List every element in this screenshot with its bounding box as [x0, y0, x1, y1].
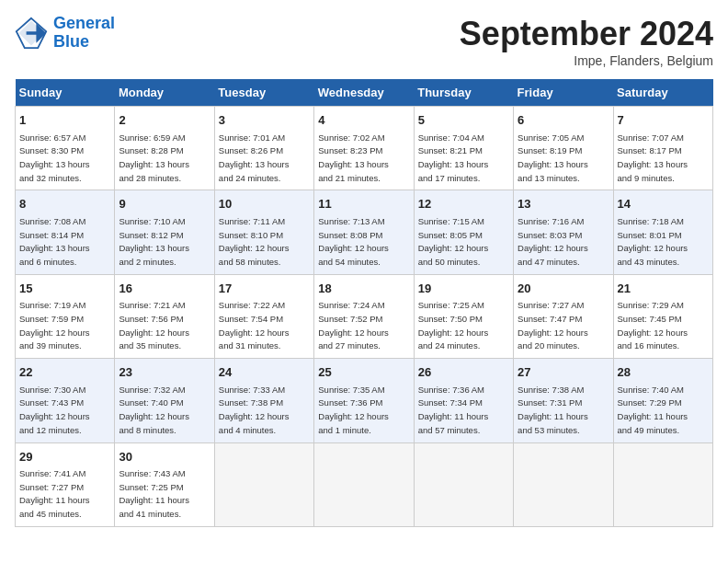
day-number: 19	[418, 280, 509, 298]
title-block: September 2024 Impe, Flanders, Belgium	[460, 15, 713, 68]
calendar-day-29: 29Sunrise: 7:41 AM Sunset: 7:27 PM Dayli…	[16, 442, 115, 526]
day-info: Sunrise: 7:40 AM Sunset: 7:29 PM Dayligh…	[618, 384, 709, 438]
weekday-header-monday: Monday	[115, 79, 214, 107]
calendar-day-empty	[314, 442, 414, 526]
calendar-day-12: 12Sunrise: 7:15 AM Sunset: 8:05 PM Dayli…	[414, 190, 513, 274]
day-info: Sunrise: 7:43 AM Sunset: 7:25 PM Dayligh…	[119, 467, 210, 522]
calendar-day-7: 7Sunrise: 7:07 AM Sunset: 8:17 PM Daylig…	[613, 107, 712, 190]
day-number: 6	[518, 111, 609, 130]
day-info: Sunrise: 7:36 AM Sunset: 7:34 PM Dayligh…	[418, 384, 509, 438]
day-info: Sunrise: 7:38 AM Sunset: 7:31 PM Dayligh…	[518, 384, 609, 438]
day-number: 12	[418, 195, 509, 213]
calendar-day-26: 26Sunrise: 7:36 AM Sunset: 7:34 PM Dayli…	[414, 359, 513, 442]
day-number: 21	[618, 280, 709, 298]
logo-text: General Blue	[53, 15, 115, 52]
day-number: 16	[119, 280, 210, 298]
day-number: 2	[119, 111, 210, 130]
day-info: Sunrise: 7:29 AM Sunset: 7:45 PM Dayligh…	[618, 299, 709, 353]
logo-line1: General	[53, 14, 115, 32]
day-number: 15	[19, 280, 110, 298]
calendar-day-2: 2Sunrise: 6:59 AM Sunset: 8:28 PM Daylig…	[115, 107, 214, 190]
weekday-header-sunday: Sunday	[16, 79, 115, 107]
day-number: 8	[19, 195, 110, 213]
day-info: Sunrise: 7:19 AM Sunset: 7:59 PM Dayligh…	[19, 299, 110, 353]
day-number: 17	[219, 280, 310, 298]
calendar-day-5: 5Sunrise: 7:04 AM Sunset: 8:21 PM Daylig…	[414, 107, 513, 190]
day-info: Sunrise: 7:13 AM Sunset: 8:08 PM Dayligh…	[318, 215, 409, 270]
calendar-day-empty	[214, 442, 313, 526]
day-number: 9	[119, 195, 210, 213]
day-number: 1	[19, 111, 110, 130]
day-info: Sunrise: 7:11 AM Sunset: 8:10 PM Dayligh…	[219, 215, 310, 270]
day-number: 20	[518, 280, 609, 298]
calendar-week-2: 8Sunrise: 7:08 AM Sunset: 8:14 PM Daylig…	[16, 190, 713, 274]
day-number: 26	[418, 363, 509, 382]
calendar-day-17: 17Sunrise: 7:22 AM Sunset: 7:54 PM Dayli…	[214, 274, 313, 358]
day-info: Sunrise: 6:59 AM Sunset: 8:28 PM Dayligh…	[119, 132, 210, 186]
weekday-header-tuesday: Tuesday	[214, 79, 313, 107]
day-number: 28	[618, 363, 709, 382]
calendar-day-22: 22Sunrise: 7:30 AM Sunset: 7:43 PM Dayli…	[16, 359, 115, 442]
day-info: Sunrise: 7:10 AM Sunset: 8:12 PM Dayligh…	[119, 215, 210, 270]
day-info: Sunrise: 7:04 AM Sunset: 8:21 PM Dayligh…	[418, 132, 509, 186]
calendar-day-3: 3Sunrise: 7:01 AM Sunset: 8:26 PM Daylig…	[214, 107, 313, 190]
day-number: 14	[618, 195, 709, 213]
day-number: 24	[219, 363, 310, 382]
day-info: Sunrise: 7:25 AM Sunset: 7:50 PM Dayligh…	[418, 299, 509, 353]
calendar-day-18: 18Sunrise: 7:24 AM Sunset: 7:52 PM Dayli…	[314, 274, 414, 358]
day-number: 4	[318, 111, 409, 130]
day-number: 22	[19, 363, 110, 382]
day-number: 10	[219, 195, 310, 213]
calendar-day-19: 19Sunrise: 7:25 AM Sunset: 7:50 PM Dayli…	[414, 274, 513, 358]
day-info: Sunrise: 6:57 AM Sunset: 8:30 PM Dayligh…	[19, 132, 110, 186]
weekday-header-friday: Friday	[514, 79, 613, 107]
day-info: Sunrise: 7:24 AM Sunset: 7:52 PM Dayligh…	[318, 299, 409, 353]
day-info: Sunrise: 7:33 AM Sunset: 7:38 PM Dayligh…	[219, 384, 310, 438]
day-info: Sunrise: 7:18 AM Sunset: 8:01 PM Dayligh…	[618, 215, 709, 270]
day-info: Sunrise: 7:07 AM Sunset: 8:17 PM Dayligh…	[618, 132, 709, 186]
day-info: Sunrise: 7:22 AM Sunset: 7:54 PM Dayligh…	[219, 299, 310, 353]
calendar-week-4: 22Sunrise: 7:30 AM Sunset: 7:43 PM Dayli…	[16, 359, 713, 442]
calendar-day-6: 6Sunrise: 7:05 AM Sunset: 8:19 PM Daylig…	[514, 107, 613, 190]
weekday-header-wednesday: Wednesday	[314, 79, 414, 107]
day-info: Sunrise: 7:02 AM Sunset: 8:23 PM Dayligh…	[318, 132, 409, 186]
calendar-day-30: 30Sunrise: 7:43 AM Sunset: 7:25 PM Dayli…	[115, 442, 214, 526]
logo-line2: Blue	[53, 32, 89, 51]
calendar-week-1: 1Sunrise: 6:57 AM Sunset: 8:30 PM Daylig…	[16, 107, 713, 190]
calendar-day-21: 21Sunrise: 7:29 AM Sunset: 7:45 PM Dayli…	[613, 274, 712, 358]
day-number: 23	[119, 363, 210, 382]
calendar-week-5: 29Sunrise: 7:41 AM Sunset: 7:27 PM Dayli…	[16, 442, 713, 526]
calendar-day-13: 13Sunrise: 7:16 AM Sunset: 8:03 PM Dayli…	[514, 190, 613, 274]
day-number: 29	[19, 448, 110, 466]
calendar-day-1: 1Sunrise: 6:57 AM Sunset: 8:30 PM Daylig…	[16, 107, 115, 190]
day-info: Sunrise: 7:27 AM Sunset: 7:47 PM Dayligh…	[518, 299, 609, 353]
calendar-day-28: 28Sunrise: 7:40 AM Sunset: 7:29 PM Dayli…	[613, 359, 712, 442]
day-info: Sunrise: 7:30 AM Sunset: 7:43 PM Dayligh…	[19, 384, 110, 438]
calendar-week-3: 15Sunrise: 7:19 AM Sunset: 7:59 PM Dayli…	[16, 274, 713, 358]
day-number: 3	[219, 111, 310, 130]
logo: General Blue	[15, 15, 115, 52]
day-number: 27	[518, 363, 609, 382]
day-number: 25	[318, 363, 409, 382]
calendar-table: SundayMondayTuesdayWednesdayThursdayFrid…	[15, 79, 713, 527]
logo-icon	[15, 17, 48, 50]
calendar-day-20: 20Sunrise: 7:27 AM Sunset: 7:47 PM Dayli…	[514, 274, 613, 358]
location-subtitle: Impe, Flanders, Belgium	[460, 53, 713, 68]
day-number: 5	[418, 111, 509, 130]
calendar-day-24: 24Sunrise: 7:33 AM Sunset: 7:38 PM Dayli…	[214, 359, 313, 442]
calendar-day-15: 15Sunrise: 7:19 AM Sunset: 7:59 PM Dayli…	[16, 274, 115, 358]
calendar-day-4: 4Sunrise: 7:02 AM Sunset: 8:23 PM Daylig…	[314, 107, 414, 190]
calendar-day-25: 25Sunrise: 7:35 AM Sunset: 7:36 PM Dayli…	[314, 359, 414, 442]
month-title: September 2024	[460, 15, 713, 53]
calendar-day-23: 23Sunrise: 7:32 AM Sunset: 7:40 PM Dayli…	[115, 359, 214, 442]
page-header: General Blue September 2024 Impe, Flande…	[15, 15, 713, 68]
day-number: 11	[318, 195, 409, 213]
calendar-day-8: 8Sunrise: 7:08 AM Sunset: 8:14 PM Daylig…	[16, 190, 115, 274]
weekday-header-saturday: Saturday	[613, 79, 712, 107]
calendar-day-empty	[613, 442, 712, 526]
day-info: Sunrise: 7:32 AM Sunset: 7:40 PM Dayligh…	[119, 384, 210, 438]
calendar-day-27: 27Sunrise: 7:38 AM Sunset: 7:31 PM Dayli…	[514, 359, 613, 442]
calendar-day-9: 9Sunrise: 7:10 AM Sunset: 8:12 PM Daylig…	[115, 190, 214, 274]
day-info: Sunrise: 7:01 AM Sunset: 8:26 PM Dayligh…	[219, 132, 310, 186]
day-info: Sunrise: 7:05 AM Sunset: 8:19 PM Dayligh…	[518, 132, 609, 186]
